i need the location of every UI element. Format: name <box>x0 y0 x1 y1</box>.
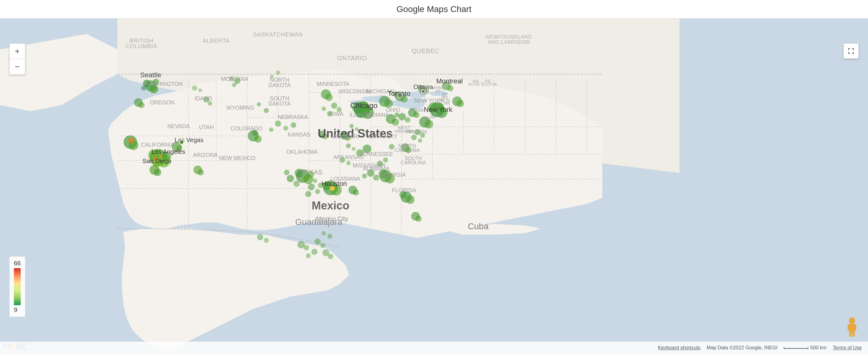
svg-text:Chicago: Chicago <box>350 101 377 110</box>
svg-text:NOVA SCOTIA: NOVA SCOTIA <box>468 82 497 87</box>
svg-point-115 <box>313 179 317 183</box>
svg-point-154 <box>321 231 326 235</box>
zoom-controls[interactable]: + − <box>9 43 25 75</box>
scale-line <box>784 347 808 349</box>
svg-point-152 <box>328 254 333 259</box>
svg-text:IDAHO: IDAHO <box>194 95 212 102</box>
svg-point-87 <box>415 216 422 222</box>
svg-text:ARKANSAS: ARKANSAS <box>333 154 364 160</box>
svg-point-106 <box>264 108 269 113</box>
svg-point-110 <box>284 169 289 175</box>
bottom-bar: Keyboard shortcuts Map Data ©2022 Google… <box>0 342 868 354</box>
svg-text:KENTUCKY: KENTUCKY <box>367 133 398 140</box>
svg-point-125 <box>321 106 326 111</box>
svg-point-84 <box>406 195 414 204</box>
svg-text:QUEBEC: QUEBEC <box>412 47 440 54</box>
svg-point-91 <box>353 189 359 196</box>
svg-point-99 <box>232 83 236 87</box>
svg-point-161 <box>352 147 355 151</box>
svg-text:TEXAS: TEXAS <box>300 168 322 176</box>
svg-point-103 <box>283 126 288 131</box>
svg-point-117 <box>373 174 379 181</box>
svg-rect-250 <box>849 332 851 337</box>
svg-point-163 <box>346 161 350 165</box>
svg-point-131 <box>411 135 417 140</box>
svg-text:TENNESSEE: TENNESSEE <box>359 151 393 157</box>
svg-point-156 <box>306 253 311 258</box>
svg-text:VIRGINIA: VIRGINIA <box>395 129 413 134</box>
terms-of-use-link[interactable]: Terms of Use <box>833 345 862 351</box>
svg-point-109 <box>293 181 300 187</box>
svg-text:Mexico City: Mexico City <box>316 215 348 222</box>
svg-text:UTAH: UTAH <box>199 124 214 130</box>
svg-text:MINNESOTA: MINNESOTA <box>317 81 349 87</box>
svg-text:Las Vegas: Las Vegas <box>175 136 203 143</box>
page-title: Google Maps Chart <box>397 4 472 14</box>
svg-text:CAROLINA: CAROLINA <box>395 148 420 153</box>
svg-point-108 <box>287 175 294 182</box>
svg-point-111 <box>308 184 315 190</box>
svg-text:Houston: Houston <box>321 180 347 188</box>
zoom-in-button[interactable]: + <box>9 43 25 59</box>
svg-text:Montreal: Montreal <box>436 77 463 85</box>
svg-rect-249 <box>854 324 856 330</box>
fullscreen-button[interactable] <box>843 43 859 59</box>
svg-point-146 <box>264 238 269 243</box>
svg-point-121 <box>389 144 395 150</box>
map-container: Google Maps Chart <box>0 0 868 354</box>
svg-point-246 <box>849 318 855 324</box>
svg-point-65 <box>384 99 393 108</box>
svg-point-145 <box>257 234 263 240</box>
svg-text:Seattle: Seattle <box>140 71 161 79</box>
svg-point-101 <box>208 101 212 106</box>
legend: 66 9 <box>9 256 25 317</box>
svg-point-127 <box>405 117 410 123</box>
svg-text:Los Angeles: Los Angeles <box>152 148 185 155</box>
svg-text:PENN: PENN <box>410 107 423 113</box>
map-svg: United States Mexico Cuba BRITISH COLUMB… <box>0 19 868 354</box>
svg-point-105 <box>269 128 273 132</box>
svg-text:KANSAS: KANSAS <box>287 132 310 138</box>
svg-text:GEORGIA: GEORGIA <box>380 172 406 178</box>
svg-point-102 <box>275 121 281 127</box>
mexico-label: Mexico <box>312 199 349 212</box>
svg-point-104 <box>291 122 296 128</box>
street-view-pegman[interactable] <box>845 318 859 339</box>
cuba-label: Cuba <box>468 222 489 231</box>
title-bar: Google Maps Chart <box>0 0 868 19</box>
svg-point-77 <box>425 120 433 129</box>
svg-text:ONTARIO: ONTARIO <box>337 55 367 62</box>
svg-text:MD: MD <box>424 116 430 121</box>
svg-point-242 <box>421 90 425 93</box>
svg-text:PE: PE <box>485 79 491 84</box>
svg-text:COLORADO: COLORADO <box>230 125 262 132</box>
svg-point-126 <box>399 113 406 121</box>
map-area[interactable]: United States Mexico Cuba BRITISH COLUMB… <box>0 19 868 354</box>
keyboard-shortcuts-link[interactable]: Keyboard shortcuts <box>658 345 701 351</box>
svg-point-134 <box>198 88 202 92</box>
svg-text:CALIFORNIA: CALIFORNIA <box>141 142 174 148</box>
svg-point-63 <box>325 94 333 101</box>
svg-rect-248 <box>847 324 850 330</box>
scale-bar: 500 km <box>784 345 826 351</box>
legend-min-value: 9 <box>14 307 21 314</box>
svg-point-150 <box>320 243 325 248</box>
svg-text:WASHINGTON: WASHINGTON <box>145 81 183 87</box>
svg-point-48 <box>198 169 204 175</box>
svg-point-118 <box>362 173 367 179</box>
svg-point-141 <box>447 85 454 91</box>
zoom-out-button[interactable]: − <box>9 59 25 74</box>
svg-point-41 <box>128 137 134 143</box>
svg-point-120 <box>383 158 388 162</box>
svg-text:DAKOTA: DAKOTA <box>269 101 291 107</box>
svg-text:MISSOURI: MISSOURI <box>332 133 359 140</box>
svg-text:NEW MEXICO: NEW MEXICO <box>219 155 255 161</box>
svg-point-75 <box>457 100 464 107</box>
svg-point-97 <box>138 102 145 108</box>
svg-point-136 <box>276 70 280 75</box>
svg-text:ME: ME <box>444 101 451 105</box>
svg-text:OKLAHOMA: OKLAHOMA <box>286 149 318 155</box>
svg-point-133 <box>192 86 197 91</box>
svg-text:CAROLINA: CAROLINA <box>401 160 426 165</box>
svg-text:ALBERTA: ALBERTA <box>203 38 229 44</box>
